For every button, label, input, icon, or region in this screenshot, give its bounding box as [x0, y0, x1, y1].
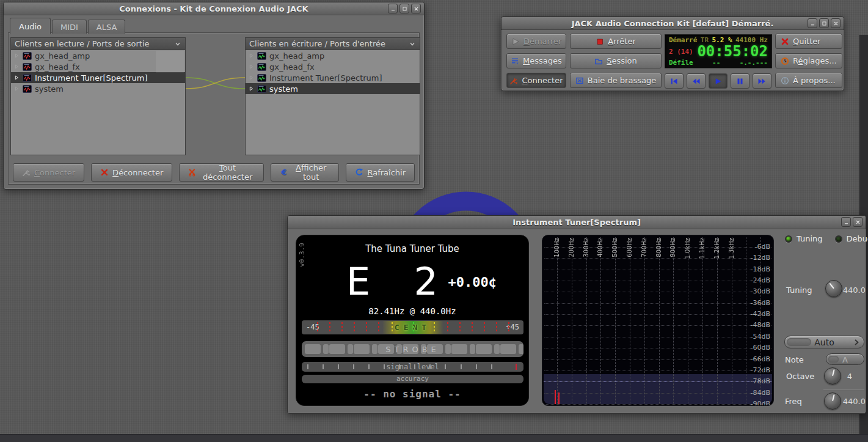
tuner-titlebar[interactable]: Instrument Tuner[Spectrum] [288, 216, 866, 229]
db-tick-label: -12dB [751, 254, 771, 262]
client-row[interactable]: gx_head_fx [246, 61, 420, 72]
grid-vline [717, 237, 718, 403]
controls-separator [823, 389, 864, 389]
writable-clients-header[interactable]: Clients en écriture / Ports d'entrée [246, 38, 420, 50]
minimize-icon[interactable] [841, 217, 851, 227]
tuning-knob[interactable] [825, 280, 842, 297]
about-button[interactable]: À propos... [775, 73, 842, 88]
disconnect-button[interactable]: Déconnecter [91, 163, 172, 182]
connections-titlebar[interactable]: Connexions - Kit de Connexion Audio JACK [4, 2, 424, 15]
session-icon [594, 57, 603, 65]
tab-midi[interactable]: MIDI [52, 20, 87, 34]
stop-button[interactable]: Arrêter [570, 34, 662, 49]
tab-audio[interactable]: Audio [10, 18, 51, 34]
messages-button[interactable]: Messages [506, 53, 566, 68]
grid-vline [586, 237, 587, 403]
grid-hline [544, 337, 771, 337]
db-tick-label: -6dB [755, 243, 771, 251]
transport-rewind-button[interactable] [687, 73, 706, 89]
grid-vline [572, 237, 572, 403]
minimize-icon[interactable] [388, 4, 398, 13]
transport-state: Défile [669, 59, 693, 67]
tuning-value: 440.0 [842, 285, 866, 295]
expander-icon[interactable] [13, 53, 20, 59]
spectrum-display: 100Hz200Hz300Hz400Hz500Hz600Hz700Hz800Hz… [542, 235, 774, 406]
chevron-down-icon[interactable] [174, 40, 181, 48]
tab-label: MIDI [60, 23, 78, 32]
settings-button[interactable]: Réglages... [775, 53, 842, 68]
client-name: system [35, 84, 64, 94]
tab-label: ALSA [97, 23, 117, 32]
jack-titlebar[interactable]: JACK Audio Connection Kit [defaut] Démar… [501, 17, 844, 30]
signal-status: -- no signal -- [296, 388, 528, 400]
maximize-icon[interactable] [819, 18, 829, 28]
transport-pause-button[interactable] [731, 73, 749, 89]
expander-icon[interactable] [13, 64, 20, 70]
client-name: gx_head_fx [269, 62, 315, 72]
signal-level-label: signal level [302, 363, 523, 371]
quit-button[interactable]: Quitter [775, 34, 842, 49]
radio-led [785, 235, 792, 243]
grid-hline [544, 325, 771, 326]
jack-control-buttons: Démarrer Arrêter Messages Session Connec… [506, 34, 662, 88]
note-selector[interactable]: A [826, 353, 864, 365]
transport-forward-button[interactable] [753, 73, 771, 89]
session-button[interactable]: Session [570, 53, 662, 68]
grid-hline [544, 348, 771, 348]
cable[interactable] [186, 78, 245, 89]
client-row[interactable]: system [246, 83, 420, 94]
port-out-icon [23, 52, 32, 60]
close-icon[interactable] [411, 4, 421, 13]
client-row[interactable]: gx_head_amp [246, 50, 420, 61]
cents-tick [496, 322, 497, 333]
button-label: Tout déconnecter [200, 163, 255, 182]
readable-clients-header[interactable]: Clients en lecture / Ports de sortie [11, 38, 185, 50]
refresh-icon [355, 168, 363, 177]
disconnect-all-icon [188, 168, 197, 177]
patchbay-button[interactable]: Baie de brassage [570, 73, 662, 88]
column-highlight [156, 51, 184, 73]
mode-options: Tuning Debug [785, 234, 868, 243]
transport-skip-start-button[interactable] [665, 73, 684, 89]
refresh-button[interactable]: Rafraîchir [346, 163, 415, 182]
cents-tick [392, 322, 393, 333]
connect-button[interactable]: Connecter [506, 73, 566, 88]
minimize-icon[interactable] [808, 18, 817, 28]
freq-tick-label: 600Hz [626, 238, 633, 257]
chevron-down-icon[interactable] [409, 40, 416, 48]
disconnect-all-button[interactable]: Tout déconnecter [179, 163, 264, 182]
expander-icon[interactable] [13, 75, 20, 81]
port-out-icon [23, 85, 32, 93]
client-row[interactable]: system [11, 83, 185, 94]
debug-radio[interactable]: Debug [835, 234, 868, 243]
freq-tick-label: 1.3kHz [728, 238, 735, 259]
client-name: gx_head_amp [35, 51, 90, 61]
start-button[interactable]: Démarrer [506, 34, 566, 49]
start-icon [511, 37, 520, 46]
client-row[interactable]: Instrument Tuner[Spectrum] [11, 72, 185, 83]
connect-button[interactable]: Connecter [13, 163, 84, 182]
maximize-icon[interactable] [399, 4, 409, 13]
tab-label: Audio [19, 22, 42, 31]
client-name: Instrument Tuner[Spectrum] [35, 73, 148, 83]
expander-icon[interactable] [248, 75, 254, 81]
show-all-button[interactable]: € Afficher tout [271, 163, 340, 182]
freq-tick-label: 500Hz [611, 238, 618, 257]
expander-icon[interactable] [248, 64, 254, 70]
grid-vline [615, 237, 616, 403]
auto-mode-button[interactable]: Auto [784, 336, 864, 348]
patchbay-icon [575, 76, 584, 85]
expander-icon[interactable] [248, 53, 254, 59]
expander-icon[interactable] [13, 86, 20, 92]
tuning-radio[interactable]: Tuning [785, 234, 823, 243]
transport-play-button[interactable] [709, 73, 728, 89]
noise-floor-region [544, 374, 772, 404]
freq-knob[interactable] [824, 392, 841, 410]
expander-icon[interactable] [248, 86, 254, 92]
octave-knob[interactable] [824, 367, 841, 385]
cents-offset: +0.00¢ [448, 274, 497, 290]
tab-alsa[interactable]: ALSA [88, 20, 126, 34]
client-row[interactable]: Instrument Tuner[Spectrum] [246, 72, 420, 83]
close-icon[interactable] [831, 18, 841, 28]
close-icon[interactable] [853, 217, 863, 227]
